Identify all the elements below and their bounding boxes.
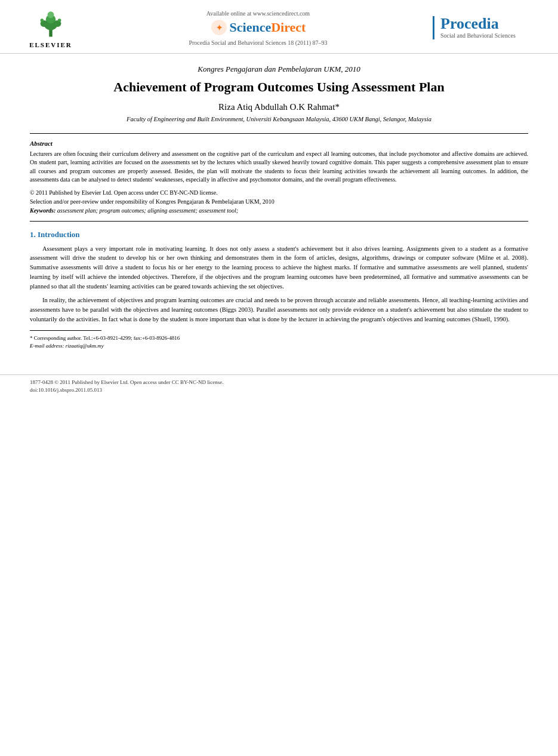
svg-point-3 <box>48 11 54 18</box>
page: ELSEVIER Available online at www.science… <box>0 0 558 756</box>
footer-doi: doi:10.1016/j.sbspro.2011.05.013 <box>30 386 528 395</box>
header: ELSEVIER Available online at www.science… <box>0 0 558 54</box>
elsevier-name: ELSEVIER <box>29 41 72 48</box>
sd-label: ScienceDirect <box>230 20 306 35</box>
keywords-line: Keywords: assessment plan; program outco… <box>30 207 238 214</box>
conference-name: Kongres Pengajaran dan Pembelajaran UKM,… <box>30 64 528 74</box>
selection-line: Selection and/or peer-review under respo… <box>30 198 275 205</box>
sciencedirect-area: Available online at www.sciencedirect.co… <box>84 10 433 46</box>
elsevier-tree-icon <box>33 7 69 40</box>
intro-para-2: In reality, the achievement of objective… <box>30 296 528 324</box>
abstract-text: Lecturers are often focusing their curri… <box>30 150 528 185</box>
elsevier-logo-area: ELSEVIER <box>18 7 84 48</box>
email-line: E-mail address: rizaatiq@ukm.my <box>30 342 528 351</box>
email-value: rizaatiq@ukm.my <box>66 343 104 349</box>
keywords-values: assessment plan; program outcomes; align… <box>57 207 238 214</box>
main-content: Kongres Pengajaran dan Pembelajaran UKM,… <box>0 54 558 362</box>
footnote-area: * Corresponding author. Tel.:+6-03-8921-… <box>30 334 528 351</box>
elsevier-logo: ELSEVIER <box>18 7 84 48</box>
top-divider <box>30 133 528 134</box>
footnote-divider <box>30 330 101 331</box>
keywords-label: Keywords: <box>30 207 56 214</box>
email-label: E-mail address: <box>30 343 64 349</box>
svg-rect-0 <box>49 29 53 37</box>
intro-number: 1. <box>30 230 36 239</box>
svg-text:✦: ✦ <box>215 23 222 32</box>
procedia-title: Procedia <box>440 16 499 32</box>
procedia-subtitle: Social and Behavioral Sciences <box>440 32 516 39</box>
paper-title: Achievement of Program Outcomes Using As… <box>30 79 528 96</box>
abstract-title: Abstract <box>30 140 528 147</box>
affiliation: Faculty of Engineering and Built Environ… <box>30 116 528 122</box>
copyright-text: © 2011 Published by Elsevier Ltd. Open a… <box>30 188 528 215</box>
procedia-area: Procedia Social and Behavioral Sciences <box>433 16 540 39</box>
intro-section-title: 1. Introduction <box>30 230 528 239</box>
sciencedirect-logo: ✦ ScienceDirect <box>211 19 306 36</box>
intro-title: Introduction <box>38 230 80 239</box>
corresponding-author: * Corresponding author. Tel.:+6-03-8921-… <box>30 334 528 343</box>
journal-name: Procedia Social and Behavioral Sciences … <box>189 39 327 46</box>
sd-icon: ✦ <box>211 19 227 36</box>
abstract-section: Abstract Lecturers are often focusing th… <box>30 140 528 215</box>
author-name: Riza Atiq Abdullah O.K Rahmat* <box>30 102 528 112</box>
copyright-line: © 2011 Published by Elsevier Ltd. Open a… <box>30 189 218 196</box>
abstract-divider <box>30 221 528 222</box>
svg-point-6 <box>41 19 44 22</box>
svg-point-7 <box>58 19 61 22</box>
page-footer: 1877-0428 © 2011 Published by Elsevier L… <box>0 374 558 398</box>
footer-issn: 1877-0428 © 2011 Published by Elsevier L… <box>30 379 528 387</box>
intro-para-1: Assessment plays a very important role i… <box>30 244 528 291</box>
available-online-text: Available online at www.sciencedirect.co… <box>206 10 310 17</box>
